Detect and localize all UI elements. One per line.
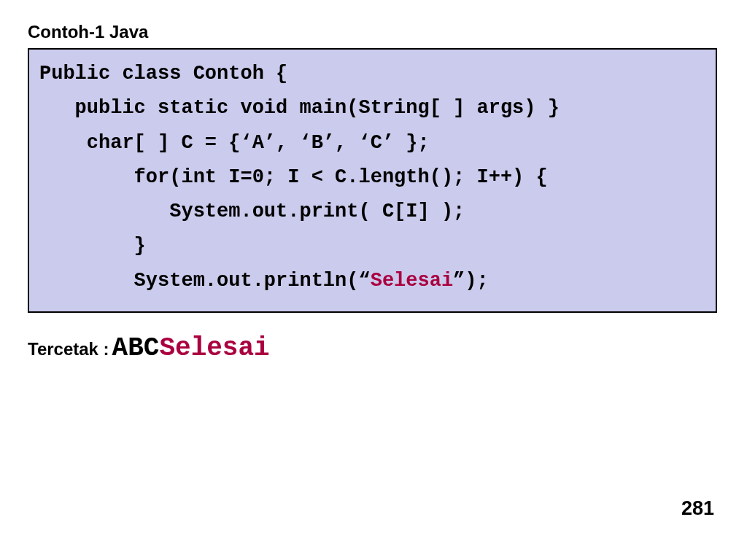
output-abc: ABC: [112, 333, 160, 363]
code-line-4: for(int I=0; I < C.length(); I++) {: [39, 160, 705, 195]
code-line-2: public static void main(String[ ] args) …: [39, 91, 705, 125]
code-line-7-suffix: ”);: [453, 270, 489, 292]
code-line-5: System.out.print( C[I] );: [39, 195, 705, 229]
page-number: 281: [681, 497, 714, 520]
code-line-7: System.out.println(“Selesai”);: [39, 264, 705, 298]
output-label: Tercetak :: [28, 339, 109, 359]
output-selesai: Selesai: [159, 333, 269, 363]
code-line-3: char[ ] C = {‘A’, ‘B’, ‘C’ };: [39, 126, 705, 160]
code-line-7-highlight: Selesai: [371, 270, 453, 292]
slide-title: Contoh-1 Java: [28, 22, 719, 42]
code-line-6: }: [39, 229, 705, 263]
code-line-1: Public class Contoh {: [39, 57, 705, 91]
output-row: Tercetak : ABCSelesai: [28, 333, 719, 363]
code-line-7-prefix: System.out.println(“: [39, 270, 371, 292]
code-box: Public class Contoh { public static void…: [28, 48, 717, 313]
